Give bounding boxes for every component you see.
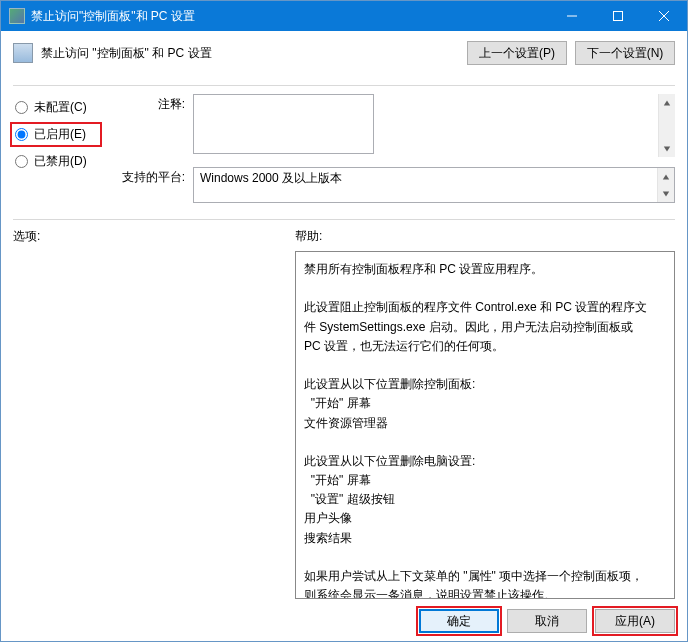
help-textbox[interactable]: 禁用所有控制面板程序和 PC 设置应用程序。 此设置阻止控制面板的程序文件 Co… <box>295 251 675 599</box>
radio-not-configured-label: 未配置(C) <box>34 99 87 116</box>
radio-disabled[interactable]: 已禁用(D) <box>13 152 99 171</box>
dialog-footer: 确定 取消 应用(A) <box>13 599 675 633</box>
radio-enabled-input[interactable] <box>15 128 28 141</box>
cancel-button[interactable]: 取消 <box>507 609 587 633</box>
radio-not-configured[interactable]: 未配置(C) <box>13 98 99 117</box>
ok-button[interactable]: 确定 <box>419 609 499 633</box>
title-bar: 禁止访问"控制面板"和 PC 设置 <box>1 1 687 31</box>
supported-row: 支持的平台: Windows 2000 及以上版本 <box>115 167 675 203</box>
state-radio-group: 未配置(C) 已启用(E) 已禁用(D) <box>13 94 99 203</box>
config-area: 未配置(C) 已启用(E) 已禁用(D) 注释: <box>13 94 675 203</box>
radio-disabled-input[interactable] <box>15 155 28 168</box>
close-button[interactable] <box>641 1 687 31</box>
window-title: 禁止访问"控制面板"和 PC 设置 <box>31 8 549 25</box>
fields-column: 注释: 支持的平台: Windows 2000 及以上版本 <box>115 94 675 203</box>
comment-scrollbar[interactable] <box>658 94 675 157</box>
next-setting-button[interactable]: 下一个设置(N) <box>575 41 675 65</box>
header-row: 禁止访问 "控制面板" 和 PC 设置 上一个设置(P) 下一个设置(N) <box>13 41 675 65</box>
minimize-button[interactable] <box>549 1 595 31</box>
policy-heading: 禁止访问 "控制面板" 和 PC 设置 <box>41 45 459 62</box>
supported-scrollbar[interactable] <box>657 168 674 202</box>
window-controls <box>549 1 687 31</box>
options-label: 选项: <box>13 228 283 245</box>
scroll-down-icon[interactable] <box>658 185 674 202</box>
scroll-down-icon[interactable] <box>659 140 675 157</box>
scroll-up-icon[interactable] <box>659 94 675 111</box>
comment-textarea[interactable] <box>193 94 374 154</box>
radio-disabled-label: 已禁用(D) <box>34 153 87 170</box>
previous-setting-button[interactable]: 上一个设置(P) <box>467 41 567 65</box>
comment-label: 注释: <box>115 94 185 113</box>
policy-icon <box>13 43 33 63</box>
separator <box>13 219 675 220</box>
options-pane: 选项: <box>13 228 283 599</box>
apply-button[interactable]: 应用(A) <box>595 609 675 633</box>
supported-box: Windows 2000 及以上版本 <box>193 167 675 203</box>
separator <box>13 85 675 86</box>
supported-value: Windows 2000 及以上版本 <box>200 171 342 185</box>
radio-enabled[interactable]: 已启用(E) <box>13 125 99 144</box>
options-box <box>13 251 283 599</box>
lower-panes: 选项: 帮助: 禁用所有控制面板程序和 PC 设置应用程序。 此设置阻止控制面板… <box>13 228 675 599</box>
scroll-up-icon[interactable] <box>658 168 674 185</box>
radio-enabled-label: 已启用(E) <box>34 126 86 143</box>
supported-label: 支持的平台: <box>115 167 185 186</box>
maximize-button[interactable] <box>595 1 641 31</box>
help-pane: 帮助: 禁用所有控制面板程序和 PC 设置应用程序。 此设置阻止控制面板的程序文… <box>295 228 675 599</box>
comment-row: 注释: <box>115 94 675 157</box>
radio-not-configured-input[interactable] <box>15 101 28 114</box>
svg-rect-0 <box>614 12 623 21</box>
app-icon <box>9 8 25 24</box>
help-label: 帮助: <box>295 228 675 245</box>
